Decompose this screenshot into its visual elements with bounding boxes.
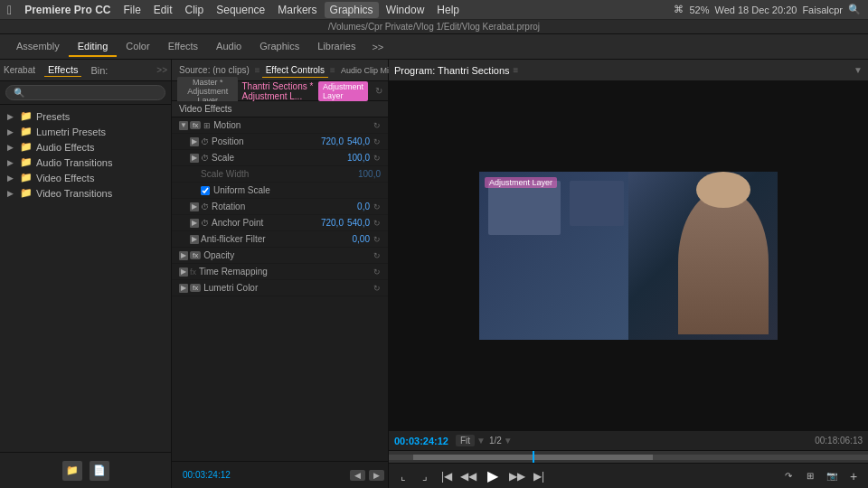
effects-search-input[interactable]	[5, 85, 165, 100]
time-expand-btn[interactable]: ▶	[179, 267, 188, 277]
tab-sep2: ≡	[330, 65, 335, 75]
rotation-row[interactable]: ▶ ⏱ Rotation 0,0 ↻	[172, 199, 388, 215]
anchor-y-value[interactable]: 540,0	[347, 218, 370, 228]
go-to-out-btn[interactable]: ▶|	[530, 467, 548, 485]
window-menu[interactable]: Window	[381, 2, 430, 18]
go-to-in-btn[interactable]: |◀	[438, 467, 456, 485]
markers-menu[interactable]: Markers	[272, 2, 322, 18]
position-expand-btn[interactable]: ▶	[190, 137, 199, 146]
pathbar: /Volumes/Cpr Private/Vlog 1/Edit/Vlog Ke…	[0, 20, 868, 34]
anchor-expand-btn[interactable]: ▶	[190, 219, 199, 228]
edit-menu[interactable]: Edit	[148, 2, 178, 18]
tree-video-transitions[interactable]: ▶ 📁 Video Transitions	[0, 185, 171, 201]
anti-flicker-reset-btn[interactable]: ↻	[373, 235, 381, 244]
ratio-chevron-icon: ▼	[504, 436, 513, 446]
tree-audio-transitions[interactable]: ▶ 📁 Audio Transitions	[0, 155, 171, 170]
clip-menu[interactable]: Clip	[180, 2, 210, 18]
app-name-menu[interactable]: Premiere Pro CC	[19, 2, 116, 18]
help-menu[interactable]: Help	[431, 2, 465, 18]
step-forward-btn[interactable]: ▶▶	[508, 467, 526, 485]
position-row[interactable]: ▶ ⏱ Position 720,0 540,0 ↻	[172, 134, 388, 150]
export-frame-btn[interactable]: 📷	[823, 467, 841, 485]
opacity-reset-btn[interactable]: ↻	[373, 251, 381, 260]
fit-dropdown[interactable]: Fit	[456, 435, 475, 446]
anchor-reset-btn[interactable]: ↻	[373, 219, 381, 228]
panel-collapse-btn[interactable]: >>	[156, 65, 167, 75]
tab-color[interactable]: Color	[117, 37, 158, 57]
position-y-value[interactable]: 540,0	[347, 136, 370, 146]
lumetri-reset-btn[interactable]: ↻	[373, 284, 381, 293]
uniform-scale-row[interactable]: Uniform Scale	[172, 183, 388, 199]
tree-lumetri-presets[interactable]: ▶ 📁 Lumetri Presets	[0, 124, 171, 139]
quality-ratio[interactable]: 1/2	[489, 436, 502, 446]
scale-value[interactable]: 100,0	[347, 153, 370, 163]
new-item-btn[interactable]: 📄	[90, 461, 109, 481]
source-tab[interactable]: Source: (no clips)	[175, 63, 253, 77]
tree-audio-effects[interactable]: ▶ 📁 Audio Effects	[0, 139, 171, 155]
tree-arrow-icon: ▶	[7, 158, 16, 167]
rotation-reset-btn[interactable]: ↻	[373, 202, 381, 211]
tab-audio[interactable]: Audio	[207, 37, 250, 57]
tree-video-effects[interactable]: ▶ 📁 Video Effects	[0, 170, 171, 185]
effect-scroll-left[interactable]: ◀	[350, 470, 365, 481]
uniform-scale-checkbox[interactable]	[201, 186, 210, 195]
motion-row[interactable]: ▼ fx ⊞ Motion ↻	[172, 117, 388, 134]
safe-margins-btn[interactable]: ⊞	[801, 467, 819, 485]
mark-in-btn[interactable]: ⌞	[394, 467, 412, 485]
rotation-expand-btn[interactable]: ▶	[190, 202, 199, 211]
tab-effects[interactable]: Effects	[159, 37, 207, 57]
add-marker-btn[interactable]: +	[844, 467, 863, 485]
tab-assembly[interactable]: Assembly	[7, 37, 69, 57]
scale-label: Scale	[212, 153, 344, 163]
scale-row[interactable]: ▶ ⏱ Scale 100,0 ↻	[172, 150, 388, 166]
tab-libraries[interactable]: Libraries	[308, 37, 364, 57]
wifi-icon: ⌘	[674, 4, 684, 15]
fx-opacity-badge: fx	[190, 251, 201, 259]
antiflicker-expand-btn[interactable]: ▶	[190, 235, 199, 244]
rotation-value[interactable]: 0,0	[357, 202, 370, 211]
tree-presets[interactable]: ▶ 📁 Presets	[0, 108, 171, 124]
lumetri-row[interactable]: ▶ fx Lumetri Color ↻	[172, 280, 388, 296]
loop-btn[interactable]: ↷	[779, 467, 797, 485]
play-btn[interactable]: ▶	[481, 465, 505, 488]
anchor-point-row[interactable]: ▶ ⏱ Anchor Point 720,0 540,0 ↻	[172, 215, 388, 231]
tab-graphics[interactable]: Graphics	[250, 37, 308, 57]
folder-icon: 📁	[20, 141, 33, 153]
effects-tree: ▶ 📁 Presets ▶ 📁 Lumetri Presets ▶ 📁 Audi…	[0, 105, 171, 452]
position-x-value[interactable]: 720,0	[321, 136, 344, 146]
sequence-menu[interactable]: Sequence	[211, 2, 270, 18]
opacity-row[interactable]: ▶ fx Opacity ↻	[172, 248, 388, 264]
reset-icon[interactable]: ↻	[375, 86, 382, 96]
search-icon[interactable]: 🔍	[848, 4, 861, 15]
anti-flicker-value[interactable]: 0,00	[353, 234, 370, 244]
scale-reset-btn[interactable]: ↻	[373, 154, 381, 163]
effect-controls-tab[interactable]: Effect Controls	[262, 63, 328, 78]
program-mini-timeline[interactable]	[389, 450, 868, 463]
program-end-timecode: 00:18:06:13	[815, 436, 863, 446]
program-timecode-bar: 00:03:24:12 Fit ▼ 1/2 ▼ 00:18:06:13	[389, 430, 868, 450]
time-reset-btn[interactable]: ↻	[373, 267, 381, 277]
position-reset-btn[interactable]: ↻	[373, 137, 381, 146]
program-panel-menu-btn[interactable]: ▼	[854, 65, 863, 75]
effects-tab[interactable]: Effects	[44, 63, 81, 77]
tree-arrow-icon: ▶	[7, 189, 16, 198]
motion-reset-btn[interactable]: ↻	[373, 121, 381, 130]
effect-scroll-right[interactable]: ▶	[369, 470, 384, 481]
new-bin-btn[interactable]: 📁	[62, 461, 82, 481]
opacity-expand-btn[interactable]: ▶	[179, 251, 188, 260]
motion-expand-btn[interactable]: ▼	[179, 121, 188, 130]
mark-out-btn[interactable]: ⌟	[416, 467, 434, 485]
monitor-extra-controls: ↷ ⊞ 📷 +	[779, 467, 863, 485]
graphics-menu[interactable]: Graphics	[325, 2, 379, 18]
file-menu[interactable]: File	[118, 2, 146, 18]
bin-tab[interactable]: Bin:	[87, 64, 111, 77]
more-tabs-btn[interactable]: >>	[366, 38, 389, 56]
anti-flicker-row[interactable]: ▶ Anti-flicker Filter 0,00 ↻	[172, 231, 388, 248]
mini-playhead[interactable]	[533, 451, 534, 463]
scale-expand-btn[interactable]: ▶	[190, 154, 199, 163]
tab-editing[interactable]: Editing	[69, 37, 118, 57]
lumetri-expand-btn[interactable]: ▶	[179, 284, 188, 293]
time-remapping-row[interactable]: ▶ fx Time Remapping ↻	[172, 264, 388, 280]
step-back-btn[interactable]: ◀◀	[459, 467, 477, 485]
anchor-x-value[interactable]: 720,0	[321, 218, 344, 228]
